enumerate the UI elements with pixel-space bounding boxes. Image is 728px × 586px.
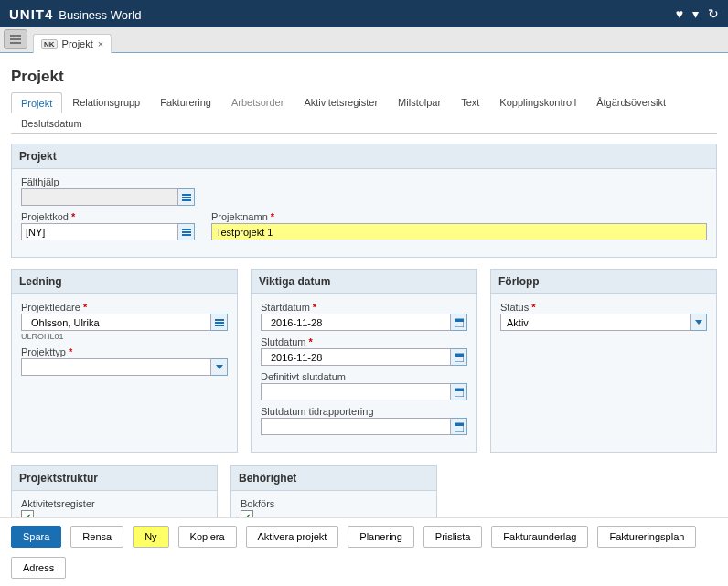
ny-button[interactable]: Ny [133, 526, 168, 548]
tab-projekt[interactable]: Projekt [11, 92, 62, 113]
svg-rect-16 [455, 423, 464, 426]
tab-fakturering[interactable]: Fakturering [150, 91, 221, 112]
projektnamn-input[interactable] [211, 223, 707, 240]
refresh-icon[interactable]: ↻ [708, 6, 719, 21]
list-icon [215, 318, 224, 327]
list-icon [182, 228, 191, 237]
tab-kopplingskontroll[interactable]: Kopplingskontroll [489, 91, 586, 112]
rensa-button[interactable]: Rensa [70, 526, 123, 548]
tab-beslutsdatum[interactable]: Beslutsdatum [11, 112, 92, 133]
panel-projekt: Projekt Fälthjälp Projektkod [11, 144, 717, 258]
kopiera-button[interactable]: Kopiera [178, 526, 237, 548]
close-icon[interactable]: × [98, 38, 103, 49]
projektledare-code: ULROHL01 [21, 332, 228, 341]
svg-rect-5 [182, 234, 191, 236]
fakturaunderlag-button[interactable]: Fakturaunderlag [491, 526, 588, 548]
chevron-down-icon [695, 320, 702, 325]
def-slutdatum-label: Definitivt slutdatum [261, 371, 467, 382]
slutdatum-label: Slutdatum [261, 336, 467, 347]
falthjalp-input[interactable] [21, 188, 178, 206]
projektkod-picker[interactable] [178, 223, 195, 240]
favorite-icon[interactable]: ♥ [676, 6, 683, 21]
panel-forlopp: Förlopp Status [490, 269, 717, 453]
tab-label: Projekt [62, 38, 93, 49]
svg-rect-3 [182, 229, 191, 230]
faktureringsplan-button[interactable]: Faktureringsplan [597, 526, 696, 548]
aktivitetsregister-label: Aktivitetsregister [21, 498, 208, 509]
tid-slutdatum-label: Slutdatum tidrapportering [261, 406, 467, 417]
brand-logo: UNIT4 [9, 6, 53, 22]
projektnamn-label: Projektnamn [211, 211, 707, 222]
startdatum-picker[interactable] [451, 314, 467, 331]
prislista-button[interactable]: Prislista [423, 526, 483, 548]
list-icon [182, 193, 191, 202]
status-dropdown[interactable] [691, 314, 707, 331]
falthjalp-picker[interactable] [178, 188, 195, 206]
svg-rect-4 [182, 231, 191, 233]
tab-text[interactable]: Text [451, 91, 489, 112]
svg-rect-8 [215, 325, 224, 326]
falthjalp-label: Fälthjälp [21, 176, 195, 187]
slutdatum-picker[interactable] [451, 348, 467, 366]
tab-atgardsoversikt[interactable]: Åtgärdsöversikt [586, 91, 676, 112]
projektledare-picker[interactable] [211, 314, 228, 331]
tab-relationsgrupp[interactable]: Relationsgrupp [62, 91, 150, 112]
svg-rect-7 [215, 322, 224, 324]
dropdown-icon[interactable]: ▾ [692, 6, 699, 21]
projekttyp-input[interactable] [21, 358, 211, 376]
svg-rect-10 [455, 319, 464, 322]
status-label: Status [500, 302, 707, 313]
tab-aktivitetsregister[interactable]: Aktivitetsregister [294, 91, 388, 112]
projektkod-label: Projektkod [21, 211, 195, 222]
bokfors-label: Bokförs [241, 498, 427, 509]
svg-rect-1 [182, 197, 191, 198]
panel-datum: Viktiga datum Startdatum Slutdatum [251, 269, 477, 453]
calendar-icon [455, 388, 464, 397]
startdatum-label: Startdatum [261, 302, 467, 313]
sub-tabs: Projekt Relationsgrupp Fakturering Arbet… [11, 91, 717, 134]
tid-slutdatum-input[interactable] [261, 418, 451, 435]
status-input[interactable] [500, 314, 691, 331]
calendar-icon [455, 318, 464, 327]
projekttyp-dropdown[interactable] [211, 358, 228, 376]
tab-badge: NK [41, 39, 58, 49]
menu-icon [10, 35, 21, 44]
planering-button[interactable]: Planering [348, 526, 413, 548]
adress-button[interactable]: Adress [11, 557, 66, 579]
projektkod-input[interactable] [21, 223, 178, 240]
brand: UNIT4 Business World [9, 6, 141, 22]
def-slutdatum-input[interactable] [261, 383, 451, 400]
page-title: Projekt [11, 68, 717, 86]
calendar-icon [455, 422, 464, 432]
startdatum-input[interactable] [261, 314, 451, 331]
projektledare-input[interactable] [21, 314, 211, 331]
panel-projekt-header: Projekt [12, 144, 716, 169]
svg-rect-2 [182, 199, 191, 201]
footer-toolbar: Spara Rensa Ny Kopiera Aktivera projekt … [0, 517, 728, 586]
panel-forlopp-header: Förlopp [491, 270, 716, 294]
app-tab-row: NK Projekt × [0, 27, 728, 53]
spara-button[interactable]: Spara [11, 526, 61, 548]
panel-struktur-header: Projektstruktur [12, 466, 217, 491]
top-bar: UNIT4 Business World ♥ ▾ ↻ [0, 0, 728, 27]
app-tab-projekt[interactable]: NK Projekt × [33, 34, 112, 53]
svg-rect-12 [455, 354, 464, 357]
svg-rect-0 [182, 194, 191, 196]
menu-button[interactable] [4, 29, 27, 49]
slutdatum-input[interactable] [261, 348, 451, 366]
tid-slutdatum-picker[interactable] [451, 418, 467, 435]
aktivera-projekt-button[interactable]: Aktivera projekt [246, 526, 339, 548]
tab-milstolpar[interactable]: Milstolpar [388, 91, 451, 112]
topbar-actions: ♥ ▾ ↻ [676, 6, 719, 21]
brand-product: Business World [59, 8, 141, 22]
def-slutdatum-picker[interactable] [451, 383, 467, 400]
panel-behorighet-header: Behörighet [231, 466, 436, 491]
tab-arbetsorder[interactable]: Arbetsorder [221, 91, 294, 112]
page-content: Projekt Projekt Relationsgrupp Faktureri… [0, 53, 728, 566]
panel-ledning-header: Ledning [12, 270, 237, 294]
calendar-icon [455, 353, 464, 362]
svg-rect-6 [215, 319, 224, 321]
projekttyp-label: Projekttyp [21, 346, 228, 357]
panel-ledning: Ledning Projektledare ULROHL01 Projektty… [11, 269, 238, 453]
svg-rect-14 [455, 389, 464, 391]
